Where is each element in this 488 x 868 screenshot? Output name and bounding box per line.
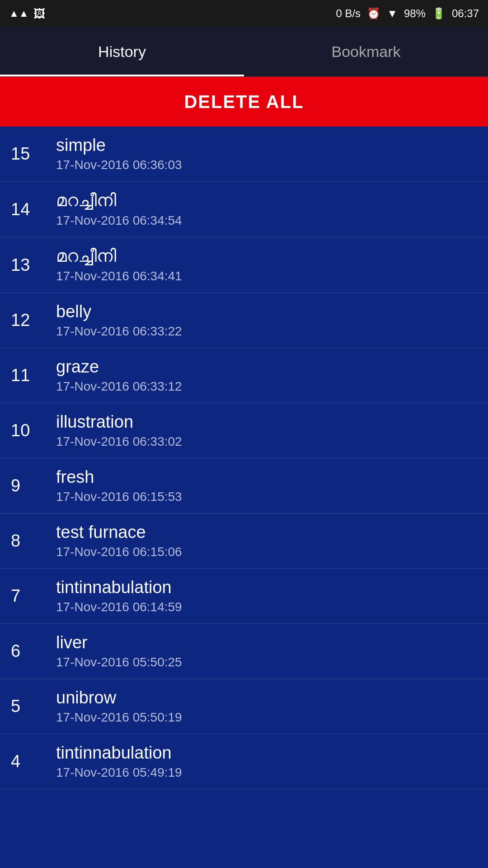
item-date: 17-Nov-2016 06:33:02: [56, 434, 477, 449]
item-number: 13: [11, 255, 56, 275]
item-date: 17-Nov-2016 06:14:59: [56, 600, 477, 614]
item-word: test furnace: [56, 523, 477, 542]
item-content: tintinnabulation 17-Nov-2016 05:49:19: [56, 743, 477, 780]
item-date: 17-Nov-2016 05:50:25: [56, 655, 477, 670]
item-number: 14: [11, 200, 56, 219]
item-content: മറച്ചീനി 17-Nov-2016 06:34:54: [56, 191, 477, 228]
status-right: 0 B/s ⏰ ▼ 98% 🔋 06:37: [336, 7, 479, 20]
item-number: 7: [11, 586, 56, 606]
item-content: tintinnabulation 17-Nov-2016 06:14:59: [56, 578, 477, 614]
list-item[interactable]: 10 illustration 17-Nov-2016 06:33:02: [0, 403, 488, 458]
list-item[interactable]: 12 belly 17-Nov-2016 06:33:22: [0, 293, 488, 348]
item-word: tintinnabulation: [56, 578, 477, 597]
list-item[interactable]: 15 simple 17-Nov-2016 06:36:03: [0, 127, 488, 182]
network-speed: 0 B/s: [336, 7, 361, 20]
item-content: unibrow 17-Nov-2016 05:50:19: [56, 688, 477, 725]
item-content: simple 17-Nov-2016 06:36:03: [56, 136, 477, 172]
item-content: test furnace 17-Nov-2016 06:15:06: [56, 523, 477, 559]
status-left: ▲▲ 🖼: [9, 7, 45, 21]
item-number: 6: [11, 642, 56, 661]
item-content: liver 17-Nov-2016 05:50:25: [56, 633, 477, 670]
item-word: മറച്ചീനി: [56, 246, 477, 266]
item-number: 10: [11, 421, 56, 440]
item-date: 17-Nov-2016 06:34:54: [56, 213, 477, 228]
item-word: fresh: [56, 467, 477, 487]
item-number: 11: [11, 366, 56, 385]
item-date: 17-Nov-2016 05:49:19: [56, 765, 477, 780]
tab-bar: History Bookmark: [0, 27, 488, 77]
item-number: 5: [11, 697, 56, 716]
history-list: 15 simple 17-Nov-2016 06:36:03 14 മറച്ചീ…: [0, 127, 488, 789]
item-date: 17-Nov-2016 06:34:41: [56, 269, 477, 283]
item-number: 8: [11, 531, 56, 551]
list-item[interactable]: 9 fresh 17-Nov-2016 06:15:53: [0, 458, 488, 514]
item-number: 12: [11, 311, 56, 330]
item-date: 17-Nov-2016 05:50:19: [56, 710, 477, 725]
item-date: 17-Nov-2016 06:15:06: [56, 545, 477, 559]
list-item[interactable]: 13 മറച്ചീനി 17-Nov-2016 06:34:41: [0, 237, 488, 293]
item-number: 9: [11, 476, 56, 495]
item-number: 15: [11, 144, 56, 164]
item-word: tintinnabulation: [56, 743, 477, 763]
list-item[interactable]: 7 tintinnabulation 17-Nov-2016 06:14:59: [0, 569, 488, 624]
wifi-icon: ▼: [387, 7, 398, 20]
item-word: unibrow: [56, 688, 477, 708]
item-word: simple: [56, 136, 477, 155]
item-date: 17-Nov-2016 06:33:12: [56, 379, 477, 394]
item-content: graze 17-Nov-2016 06:33:12: [56, 357, 477, 394]
list-item[interactable]: 14 മറച്ചീനി 17-Nov-2016 06:34:54: [0, 182, 488, 237]
battery-icon: 🔋: [432, 7, 446, 20]
item-content: മറച്ചീനി 17-Nov-2016 06:34:41: [56, 246, 477, 283]
signal-icon: ▲▲: [9, 8, 29, 19]
item-content: fresh 17-Nov-2016 06:15:53: [56, 467, 477, 504]
item-word: graze: [56, 357, 477, 377]
battery-percent: 98%: [404, 7, 426, 20]
alarm-icon: ⏰: [367, 7, 380, 20]
item-word: illustration: [56, 412, 477, 432]
list-item[interactable]: 11 graze 17-Nov-2016 06:33:12: [0, 348, 488, 403]
item-content: illustration 17-Nov-2016 06:33:02: [56, 412, 477, 449]
image-icon: 🖼: [33, 7, 45, 21]
clock: 06:37: [452, 7, 479, 20]
item-number: 4: [11, 752, 56, 771]
item-date: 17-Nov-2016 06:33:22: [56, 324, 477, 339]
item-date: 17-Nov-2016 06:15:53: [56, 490, 477, 504]
item-word: മറച്ചീനി: [56, 191, 477, 211]
item-word: belly: [56, 302, 477, 321]
delete-all-button[interactable]: DELETE ALL: [0, 77, 488, 127]
tab-bookmark[interactable]: Bookmark: [244, 27, 488, 76]
tab-history[interactable]: History: [0, 27, 244, 76]
list-item[interactable]: 5 unibrow 17-Nov-2016 05:50:19: [0, 679, 488, 734]
list-item[interactable]: 8 test furnace 17-Nov-2016 06:15:06: [0, 514, 488, 569]
status-bar: ▲▲ 🖼 0 B/s ⏰ ▼ 98% 🔋 06:37: [0, 0, 488, 27]
item-content: belly 17-Nov-2016 06:33:22: [56, 302, 477, 339]
list-item[interactable]: 4 tintinnabulation 17-Nov-2016 05:49:19: [0, 734, 488, 789]
list-item[interactable]: 6 liver 17-Nov-2016 05:50:25: [0, 624, 488, 679]
item-date: 17-Nov-2016 06:36:03: [56, 158, 477, 172]
item-word: liver: [56, 633, 477, 652]
